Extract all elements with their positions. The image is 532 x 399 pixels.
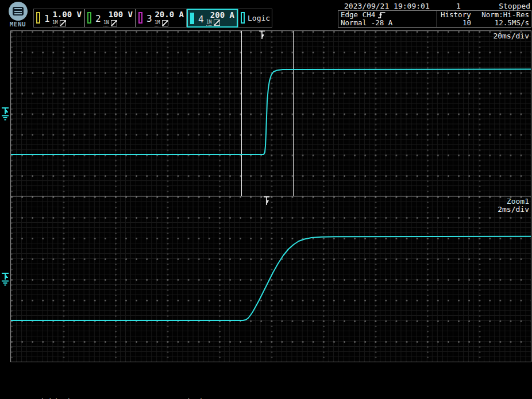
acquisition-mode: Norm:Hi-Res xyxy=(480,11,531,19)
channel-1-number: 1 xyxy=(44,13,50,24)
channel-1-scale: 1.00 V xyxy=(52,10,82,19)
trigger-type-source: Edge CH4 xyxy=(341,11,375,19)
rising-edge-icon xyxy=(377,11,386,19)
channel-2-color-swatch xyxy=(87,12,91,24)
channel-4-ground-marker[interactable] xyxy=(1,106,10,122)
measurement-column-4: -Over(C4) 0.7% xyxy=(441,383,504,399)
datetime: 2023/09/21 19:09:01 xyxy=(344,2,430,10)
logic-channel-indicator[interactable]: Logic xyxy=(238,9,272,28)
channel-2-indicator[interactable]: 2 100 V 1N xyxy=(84,9,136,28)
zoom-window-title[interactable]: Zoom1 xyxy=(507,197,529,206)
logic-color-swatch xyxy=(241,12,245,24)
channel-1-impedance: 1M xyxy=(52,20,58,26)
channel-4-trace xyxy=(11,31,531,196)
menu-label: MENU xyxy=(5,21,30,28)
channel-3-number: 3 xyxy=(147,13,152,24)
channel-2-impedance: 1N xyxy=(103,20,109,26)
measurement-column-3: +Over(C4) 0.5% xyxy=(302,383,367,399)
acquisition-settings[interactable]: History Norm:Hi-Res 10 12.5MS/s xyxy=(437,11,531,27)
channel-4-indicator[interactable]: 4 200 A 1N xyxy=(187,9,238,28)
channel-4-impedance: 1N xyxy=(206,20,212,26)
probe-icon xyxy=(60,20,66,26)
run-state[interactable]: Stopped xyxy=(499,2,530,10)
channel-4-zoom-trace xyxy=(11,196,531,362)
zoom-timebase-label[interactable]: 2ms/div xyxy=(498,205,529,214)
sample-rate: 12.5MS/s xyxy=(480,19,531,27)
acquisition-count: 1 xyxy=(452,2,465,10)
display-graticule: 20ms/div Zoom1 2ms/div xyxy=(10,30,531,362)
channel-4-color-swatch xyxy=(190,13,194,24)
probe-icon xyxy=(111,20,117,26)
logic-label: Logic xyxy=(248,14,270,22)
channel-4-zoom-ground-marker[interactable] xyxy=(1,272,10,287)
channel-bar: 1 1.00 V 1M 2 100 V 1N 3 20.0 A 1M 4 200… xyxy=(33,9,272,28)
history-label: History xyxy=(437,11,480,19)
channel-4-number: 4 xyxy=(198,14,204,25)
main-timebase-label[interactable]: 20ms/div xyxy=(493,32,529,40)
trigger-mode-level: Normal -28 A xyxy=(341,19,437,27)
measurement-column-1: High(C4) 411.5 A Rise(C4) 1.62672ms xyxy=(36,382,115,399)
channel-1-indicator[interactable]: 1 1.00 V 1M xyxy=(33,9,84,28)
channel-4-scale: 200 A xyxy=(210,10,234,20)
channel-3-scale: 20.0 A xyxy=(155,10,184,19)
trigger-acquisition-box: Edge CH4 Normal -28 A History Norm:Hi-Re… xyxy=(338,10,531,28)
channel-3-impedance: 1M xyxy=(155,20,160,26)
channel-1-color-swatch xyxy=(36,12,40,24)
channel-2-number: 2 xyxy=(95,13,101,24)
channel-3-color-swatch xyxy=(138,12,142,24)
probe-icon xyxy=(162,20,168,26)
channel-2-scale: 100 V xyxy=(109,10,133,19)
measurement-column-2: Low(C4) -400.5 A Fall(C4) ***** xyxy=(172,382,244,399)
zoom-waveform-window: Zoom1 2ms/div xyxy=(11,196,531,362)
channel-3-indicator[interactable]: 3 20.0 A 1M xyxy=(136,9,187,28)
zoom-trigger-position-marker[interactable] xyxy=(263,196,270,206)
main-waveform-window: 20ms/div xyxy=(11,31,531,196)
menu-icon xyxy=(9,2,28,21)
menu-button[interactable]: MENU xyxy=(5,2,30,28)
probe-icon xyxy=(214,20,220,26)
trigger-settings[interactable]: Edge CH4 Normal -28 A xyxy=(338,11,437,27)
history-count: 10 xyxy=(437,19,480,27)
trigger-position-marker[interactable] xyxy=(259,30,265,40)
